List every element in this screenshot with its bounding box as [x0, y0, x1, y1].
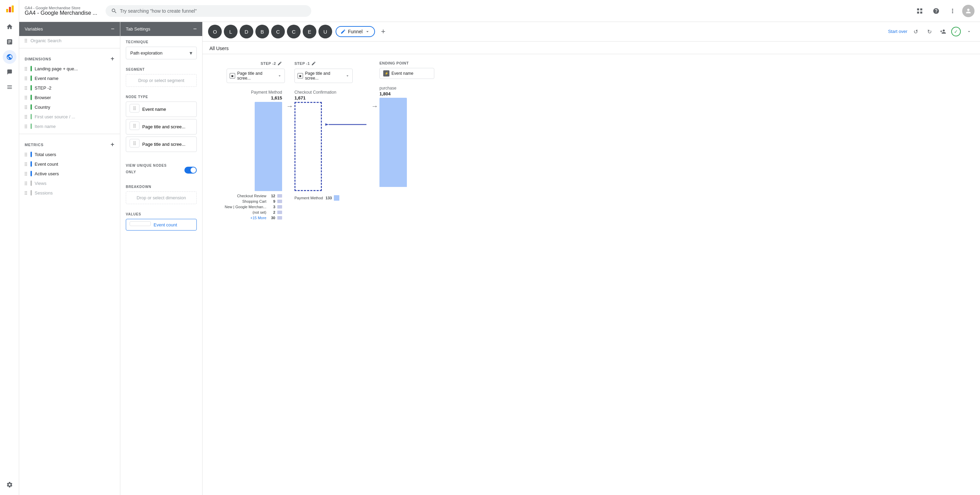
- undo-button[interactable]: ↺: [910, 26, 921, 37]
- step-2-header: STEP -2: [261, 61, 285, 66]
- tab-D[interactable]: D: [240, 25, 253, 38]
- help-icon[interactable]: [929, 4, 943, 18]
- grid-icon[interactable]: [913, 4, 926, 18]
- add-tab-button[interactable]: +: [377, 26, 390, 38]
- add-dimension-btn[interactable]: +: [111, 55, 115, 62]
- sub-node-count-2: 3: [268, 205, 275, 209]
- tab-C2[interactable]: C: [287, 25, 301, 38]
- back-arrow-svg: [325, 120, 366, 130]
- more-icon[interactable]: [946, 4, 959, 18]
- ending-selector[interactable]: ⚡ Event name: [379, 68, 434, 79]
- nav-home[interactable]: [3, 20, 16, 34]
- metric-item-total-users[interactable]: Total users: [19, 150, 120, 159]
- technique-label: TECHNIQUE: [126, 40, 197, 44]
- dim-dot-green: [30, 104, 32, 110]
- app-logo[interactable]: [3, 3, 16, 15]
- node-type-label-1: Page title and scree...: [142, 124, 185, 129]
- technique-section: TECHNIQUE Path exploration ▾: [120, 36, 202, 64]
- edit-icon-2[interactable]: [311, 61, 316, 66]
- segment-label: SEGMENT: [126, 67, 197, 71]
- step-2-selector[interactable]: ▣ Page title and scree...: [227, 69, 285, 83]
- metric-dot-blue3: [30, 171, 32, 176]
- dim-item-item[interactable]: Item name: [19, 121, 120, 131]
- value-item-0[interactable]: Event count: [126, 219, 197, 230]
- step-1-selector[interactable]: ▣ Page title and scree...: [294, 69, 353, 83]
- node-type-item-2[interactable]: Page title and scree...: [126, 137, 197, 152]
- start-over-label: Start over: [888, 29, 907, 34]
- tab-L[interactable]: L: [224, 25, 237, 38]
- start-over-button[interactable]: Start over: [888, 29, 907, 34]
- metric-item-views[interactable]: Views: [19, 178, 120, 188]
- dim-item-event[interactable]: Event name: [19, 73, 120, 83]
- search-placeholder: Try searching "how to create funnel": [120, 8, 197, 14]
- redo-button[interactable]: ↻: [924, 26, 935, 37]
- dropdown-check[interactable]: [964, 26, 975, 37]
- metric-label-3: Views: [35, 181, 46, 186]
- step-1-bar-area: Checkout Confirmation 1,671: [294, 90, 336, 191]
- tab-O[interactable]: O: [208, 25, 222, 38]
- dim-item-source[interactable]: First user source / ...: [19, 112, 120, 121]
- node-type-item-1[interactable]: Page title and scree...: [126, 119, 197, 134]
- chevron-icon: [277, 73, 282, 78]
- nav-configure[interactable]: [3, 80, 16, 94]
- left-nav: [0, 0, 19, 495]
- variables-close[interactable]: −: [111, 26, 115, 33]
- funnel-label: Funnel: [348, 29, 363, 34]
- sub-node-count-3: 2: [268, 210, 275, 214]
- add-metric-btn[interactable]: +: [111, 141, 115, 148]
- sub-node-pm-count: 133: [325, 196, 332, 200]
- arrow-right-icon: →: [286, 102, 293, 110]
- dim-label-2: STEP -2: [35, 85, 51, 91]
- divider-1: [19, 48, 120, 48]
- sub-node-name-2: New | Google Merchan...: [225, 205, 266, 209]
- step-1-header: STEP -1: [294, 61, 316, 66]
- dim-label-3: Browser: [35, 95, 51, 100]
- arrow-step2-step1: →: [285, 61, 294, 110]
- tab-E[interactable]: E: [303, 25, 317, 38]
- metric-item-active-users[interactable]: Active users: [19, 169, 120, 178]
- nav-reports[interactable]: [3, 35, 16, 49]
- add-user-button[interactable]: [937, 26, 948, 37]
- tab-U[interactable]: U: [318, 25, 332, 38]
- unique-nodes-toggle[interactable]: [185, 167, 197, 174]
- technique-value: Path exploration: [130, 50, 162, 56]
- sub-node-row-more[interactable]: +15 More 30: [225, 216, 282, 220]
- segment-drop-zone[interactable]: Drop or select segment: [126, 74, 197, 87]
- sub-node-count-0: 12: [268, 194, 275, 198]
- technique-dropdown[interactable]: Path exploration ▾: [126, 47, 197, 59]
- sub-node-count-1: 9: [268, 199, 275, 203]
- nav-settings[interactable]: [3, 478, 16, 492]
- metric-item-sessions[interactable]: Sessions: [19, 188, 120, 198]
- nav-advertising[interactable]: [3, 65, 16, 79]
- view-unique-label: VIEW UNIQUE NODES: [126, 164, 167, 168]
- funnel-visualization[interactable]: STEP -2 ▣ Page title and scree... Paymen…: [202, 54, 980, 495]
- dim-dot-green: [30, 85, 32, 91]
- organic-search-label: Organic Search: [30, 38, 61, 43]
- funnel-tab[interactable]: Funnel: [336, 26, 375, 37]
- more-link[interactable]: +15 More: [250, 216, 266, 220]
- nav-explore[interactable]: [3, 50, 16, 64]
- dim-item-browser[interactable]: Browser: [19, 93, 120, 102]
- tab-B[interactable]: B: [255, 25, 269, 38]
- sub-node-row-0: Checkout Review 12: [225, 194, 282, 198]
- dim-item-landing[interactable]: Landing page + que...: [19, 64, 120, 73]
- step-1-column: STEP -1 ▣ Page title and scree... Checko…: [294, 61, 370, 202]
- check-circle[interactable]: ✓: [951, 27, 961, 36]
- dim-dot-green: [30, 75, 32, 81]
- tab-settings-close[interactable]: −: [193, 26, 197, 33]
- dim-item-device[interactable]: STEP -2: [19, 83, 120, 93]
- breakdown-drop-zone[interactable]: Drop or select dimension: [126, 192, 197, 204]
- drag-handle: [25, 125, 27, 128]
- sub-node-row-2: New | Google Merchan... 3: [225, 205, 282, 209]
- metric-item-event-count[interactable]: Event count: [19, 159, 120, 169]
- tab-C1[interactable]: C: [271, 25, 285, 38]
- avatar[interactable]: [962, 5, 975, 17]
- step-2-selector-label: Page title and scree...: [237, 71, 275, 81]
- values-label: VALUES: [126, 212, 197, 216]
- dim-item-country[interactable]: Country: [19, 102, 120, 112]
- edit-icon[interactable]: [277, 61, 282, 66]
- tab-settings-header: Tab Settings −: [120, 22, 202, 36]
- node-type-item-0[interactable]: Event name: [126, 102, 197, 117]
- search-bar[interactable]: Try searching "how to create funnel": [106, 5, 311, 17]
- variables-panel-header: Variables −: [19, 22, 120, 36]
